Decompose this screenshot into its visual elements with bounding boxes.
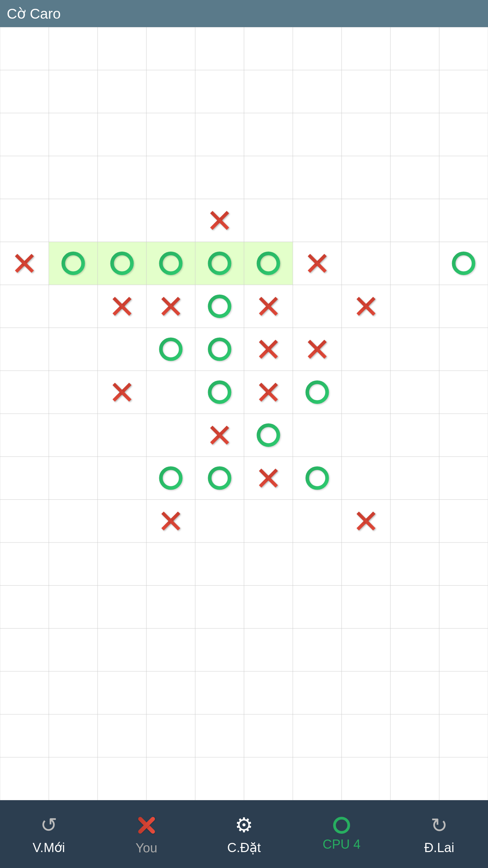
app-title: Cờ Caro (7, 5, 61, 22)
cpu4-label: CPU 4 (323, 837, 361, 852)
new-game-label: V.Mới (33, 840, 65, 855)
undo-button[interactable]: ↺ Đ.Lai (390, 800, 488, 868)
gear-icon: ⚙ (235, 813, 253, 837)
settings-label: C.Đặt (227, 840, 261, 855)
cpu4-button[interactable]: CPU 4 (293, 800, 390, 868)
bottom-navigation: ↺ V.Mới You ⚙ C.Đặt CPU 4 ↺ Đ.Lai (0, 800, 488, 868)
undo-label: Đ.Lai (424, 841, 454, 855)
new-game-button[interactable]: ↺ V.Mới (0, 800, 98, 868)
undo-icon: ↺ (431, 813, 448, 837)
you-button[interactable]: You (98, 800, 195, 868)
you-label: You (136, 841, 157, 855)
you-icon (134, 813, 159, 837)
cpu4-icon (333, 817, 350, 834)
game-board[interactable] (0, 27, 488, 800)
settings-button[interactable]: ⚙ C.Đặt (195, 800, 293, 868)
new-game-icon: ↺ (40, 813, 57, 837)
app-header: Cờ Caro (0, 0, 488, 27)
